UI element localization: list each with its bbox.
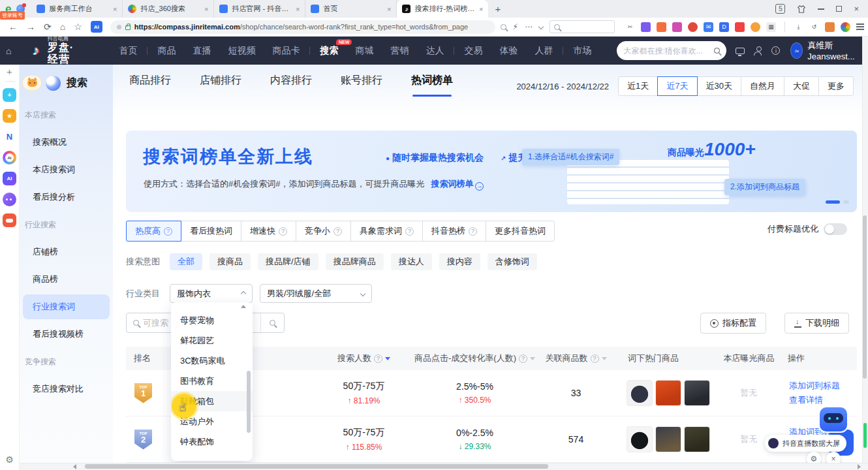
strip-app-star-icon[interactable]: ★ <box>3 109 16 123</box>
fox-assistant-icon[interactable] <box>22 75 42 91</box>
help-icon[interactable]: ? <box>279 227 287 236</box>
browser-tab[interactable]: 首页 × <box>305 0 397 18</box>
scroll-up-icon[interactable] <box>241 305 246 308</box>
tab-close-icon[interactable]: × <box>387 5 391 13</box>
toolbar-search-input[interactable] <box>563 24 609 31</box>
download-detail-button[interactable]: 下载明细 <box>784 313 849 334</box>
range-natural-month[interactable]: 自然月 <box>741 76 784 96</box>
header-search-input[interactable] <box>623 46 710 55</box>
tab-close-icon[interactable]: × <box>113 5 117 13</box>
intent-brand-product[interactable]: 搜品牌商品 <box>326 253 384 270</box>
strip-add-icon[interactable]: + <box>7 66 12 77</box>
strip-app-molecule-icon[interactable]: N <box>3 130 16 144</box>
nav-product-card[interactable]: 商品卡 <box>264 45 308 57</box>
back-icon[interactable]: ← <box>8 22 18 32</box>
lightning-icon[interactable]: ⚡ <box>513 22 518 31</box>
col-conversion[interactable]: 商品点击-成交转化率(人数)? <box>418 352 532 364</box>
nav-influencer[interactable]: 达人 <box>417 45 452 57</box>
intent-brand-shop[interactable]: 搜品牌/店铺 <box>258 253 318 270</box>
category-primary-select[interactable]: 服饰内衣 <box>170 284 253 303</box>
range-7day[interactable]: 近7天 <box>657 76 697 96</box>
banner-link[interactable]: 搜索词榜单 <box>431 179 473 189</box>
help-icon[interactable]: ? <box>469 227 477 236</box>
view-detail-link[interactable]: 查看详情 <box>789 393 857 407</box>
sidebar-item-search-overview[interactable]: 搜索概况 <box>20 129 113 156</box>
ai-assistant-icon[interactable]: AI <box>91 21 102 33</box>
sort-desc-icon[interactable] <box>385 357 390 360</box>
product-image[interactable] <box>684 426 710 452</box>
chevron-down-icon[interactable] <box>538 24 544 29</box>
tab-close-icon[interactable]: × <box>204 5 208 13</box>
sort-icon[interactable] <box>602 357 607 360</box>
minimize-button[interactable] <box>818 8 824 10</box>
tab-account-rank[interactable]: 账号排行 <box>341 74 382 97</box>
toolbar-search[interactable] <box>550 20 615 33</box>
sidebar-item-competitor-compare[interactable]: 竞店搜索对比 <box>20 375 113 403</box>
mail-icon[interactable]: ✉ <box>704 22 713 32</box>
extension-icon[interactable] <box>735 22 745 32</box>
filter-low-competition[interactable]: 竞争小? <box>296 221 351 242</box>
settings-gear-icon[interactable]: ⚙ <box>5 454 14 465</box>
extension-icon[interactable] <box>672 22 682 32</box>
site-info-icon[interactable] <box>117 25 121 29</box>
nav-mall[interactable]: 商城 <box>347 45 382 57</box>
add-word-link[interactable]: 添加词到标题 <box>789 379 857 393</box>
assistant-tooltip[interactable]: 抖音直播数据大屏 <box>765 435 846 452</box>
product-image[interactable] <box>627 380 653 406</box>
tab-product-rank[interactable]: 商品排行 <box>129 74 171 97</box>
extension-icon[interactable] <box>641 22 651 32</box>
help-icon[interactable]: ? <box>164 227 172 236</box>
tab-shop-rank[interactable]: 店铺排行 <box>200 74 241 97</box>
nav-product[interactable]: 商品 <box>149 45 184 57</box>
intent-influencer[interactable]: 搜达人 <box>391 253 432 270</box>
dropdown-option-watches[interactable]: 钟表配饰 <box>171 431 253 452</box>
nav-audience[interactable]: 人群 <box>526 45 561 57</box>
sidebar-item-after-view-video-rank[interactable]: 看后搜视频榜 <box>20 321 113 348</box>
search-icon[interactable] <box>714 48 720 54</box>
account-name[interactable]: 真维斯Jeanswest... <box>807 40 861 61</box>
product-image[interactable] <box>655 380 681 406</box>
range-more[interactable]: 更多 <box>818 76 854 96</box>
tab-count-badge[interactable]: 5 <box>775 4 785 14</box>
sidebar-item-shop-search-words[interactable]: 本店搜索词 <box>20 156 113 183</box>
strip-app-gamepad-icon[interactable]: + <box>3 88 16 102</box>
tab-content-rank[interactable]: 内容排行 <box>270 74 312 97</box>
browser-profile-icon[interactable] <box>841 22 850 32</box>
forward-icon[interactable]: → <box>26 22 35 32</box>
zoom-icon[interactable] <box>501 24 506 30</box>
scroll-left-icon[interactable] <box>73 464 76 469</box>
filter-fast-growth[interactable]: 增速快? <box>241 221 296 242</box>
paid-title-toggle[interactable] <box>824 223 847 235</box>
sidebar-item-industry-search-words[interactable]: 行业搜索词 <box>23 294 110 319</box>
product-image[interactable] <box>655 426 681 452</box>
header-search[interactable] <box>617 41 726 60</box>
filter-hot[interactable]: 热度高? <box>126 221 181 242</box>
col-search-users[interactable]: 搜索人数? <box>310 352 418 364</box>
camera-icon[interactable] <box>688 22 698 32</box>
nav-marketing[interactable]: 营销 <box>382 45 417 57</box>
browser-tab[interactable]: 抖店_360搜索 × <box>123 0 214 18</box>
reload-icon[interactable]: ⟳ <box>44 22 52 32</box>
intent-modifier[interactable]: 含修饰词 <box>488 253 537 270</box>
maximize-button[interactable] <box>836 6 842 12</box>
bookmark-icon[interactable]: ☆ <box>74 22 82 32</box>
menu-icon[interactable] <box>856 24 864 30</box>
avatar[interactable]: Jw <box>790 42 803 59</box>
strip-app-bot-icon[interactable] <box>3 193 16 206</box>
scroll-right-icon[interactable] <box>858 464 861 469</box>
dropdown-option-books[interactable]: 图书教育 <box>171 371 253 391</box>
strip-app-game-icon[interactable] <box>3 213 16 227</box>
app-home-icon[interactable]: ⌂ <box>6 46 11 56</box>
browser-tab[interactable]: 服务商工作台 × <box>31 0 123 18</box>
range-1day[interactable]: 近1天 <box>618 76 658 96</box>
nav-trade[interactable]: 交易 <box>456 45 491 57</box>
nav-live[interactable]: 直播 <box>184 45 219 57</box>
login-badge[interactable]: 登录账号 <box>0 11 25 20</box>
range-promotion[interactable]: 大促 <box>784 76 819 96</box>
nav-video[interactable]: 短视频 <box>219 45 264 57</box>
puzzle-icon[interactable]: ▦ <box>766 22 776 32</box>
tab-hot-words[interactable]: 热词榜单 <box>411 74 453 97</box>
extension-d-icon[interactable]: D <box>719 22 729 32</box>
sidebar-item-product-rank[interactable]: 商品榜 <box>20 266 113 293</box>
scissors-icon[interactable]: ✂ <box>625 22 635 32</box>
